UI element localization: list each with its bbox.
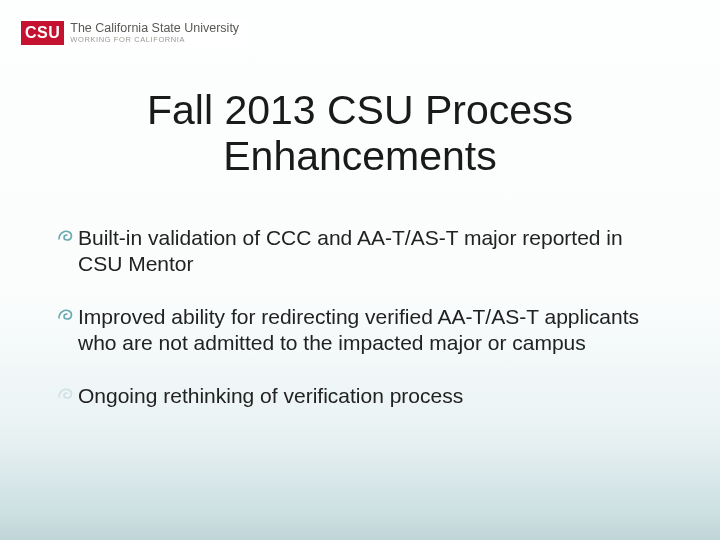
slide-title: Fall 2013 CSU Process Enhancements: [0, 88, 720, 180]
bullet-text: Improved ability for redirecting verifie…: [78, 304, 670, 355]
csu-logo-text: The California State University WORKING …: [70, 22, 239, 44]
swirl-bullet-icon: [58, 304, 76, 326]
bullet-list: Built-in validation of CCC and AA-T/AS-T…: [58, 225, 670, 437]
slide-title-line2: Enhancements: [223, 133, 497, 179]
csu-logo-badge: CSU: [21, 21, 64, 45]
slide-title-line1: Fall 2013 CSU Process: [147, 87, 573, 133]
swirl-bullet-icon: [58, 383, 76, 405]
list-item: Ongoing rethinking of verification proce…: [58, 383, 670, 409]
csu-logo-subtitle: WORKING FOR CALIFORNIA: [70, 36, 239, 44]
swirl-bullet-icon: [58, 225, 76, 247]
csu-logo: CSU The California State University WORK…: [18, 18, 247, 48]
bullet-text: Built-in validation of CCC and AA-T/AS-T…: [78, 225, 670, 276]
csu-logo-title: The California State University: [70, 22, 239, 35]
list-item: Built-in validation of CCC and AA-T/AS-T…: [58, 225, 670, 276]
bullet-text: Ongoing rethinking of verification proce…: [78, 383, 670, 409]
list-item: Improved ability for redirecting verifie…: [58, 304, 670, 355]
